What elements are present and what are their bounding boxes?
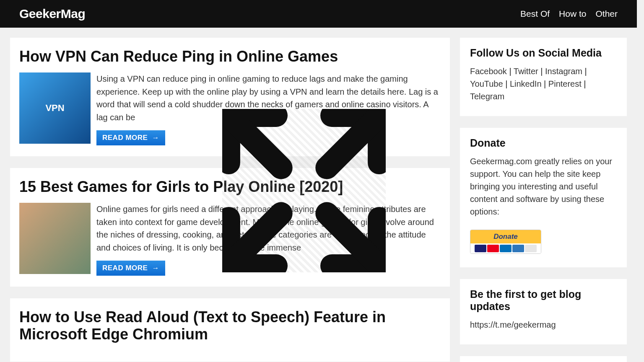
updates-title: Be the first to get blog updates [470, 288, 617, 313]
social-youtube[interactable]: YouTube [470, 79, 503, 88]
nav-best-of[interactable]: Best Of [520, 9, 550, 19]
nav-other[interactable]: Other [595, 9, 618, 19]
thumbnail-label: VPN [45, 103, 64, 114]
social-telegram[interactable]: Telegram [470, 92, 504, 101]
article-card: How VPN Can Reduce Ping in Online Games … [10, 38, 450, 156]
read-more-button[interactable]: READ MORE → [96, 261, 165, 276]
site-logo[interactable]: GeekerMag [19, 7, 85, 21]
social-links: Facebook | Twitter | Instagram | YouTube… [470, 65, 617, 103]
updates-link[interactable]: https://t.me/geekermag [470, 318, 617, 331]
article-title[interactable]: 15 Best Games for Girls to Play Online [… [19, 178, 441, 195]
article-card: 15 Best Games for Girls to Play Online [… [10, 168, 450, 287]
article-title[interactable]: How VPN Can Reduce Ping in Online Games [19, 48, 441, 65]
paypal-donate-button[interactable]: Donate [470, 230, 541, 254]
social-twitter[interactable]: Twitter [514, 67, 538, 76]
donate-title: Donate [470, 137, 617, 149]
follow-widget: Follow Us on Social Media Facebook | Twi… [460, 38, 627, 116]
social-facebook[interactable]: Facebook [470, 67, 507, 76]
follow-title: Follow Us on Social Media [470, 47, 617, 59]
read-more-label: READ MORE [102, 264, 148, 272]
donate-text: Geekermag.com greatly relies on your sup… [470, 155, 617, 218]
trending-widget: #Trending Post# [460, 356, 627, 362]
social-instagram[interactable]: Instagram [545, 67, 582, 76]
sidebar: Follow Us on Social Media Facebook | Twi… [460, 38, 627, 362]
article-thumbnail[interactable] [19, 203, 91, 274]
arrow-right-icon: → [152, 264, 159, 272]
primary-nav: Best Of How to Other [520, 9, 618, 19]
read-more-button[interactable]: READ MORE → [96, 130, 165, 145]
payment-cards-icon [470, 243, 541, 253]
article-card: How to Use Read Aloud (Text to Speech) F… [10, 298, 450, 362]
article-list: How VPN Can Reduce Ping in Online Games … [10, 38, 450, 362]
read-more-label: READ MORE [102, 134, 148, 142]
article-thumbnail[interactable]: VPN [19, 72, 91, 144]
article-excerpt: Using a VPN can reduce ping in online ga… [96, 72, 441, 124]
social-pinterest[interactable]: Pinterest [548, 79, 582, 88]
arrow-right-icon: → [152, 134, 159, 142]
article-title[interactable]: How to Use Read Aloud (Text to Speech) F… [19, 308, 441, 343]
site-header: GeekerMag Best Of How to Other [0, 0, 637, 28]
nav-how-to[interactable]: How to [559, 9, 586, 19]
updates-widget: Be the first to get blog updates https:/… [460, 279, 627, 344]
article-excerpt: Online games for girls need a different … [96, 203, 441, 254]
donate-widget: Donate Geekermag.com greatly relies on y… [460, 128, 627, 267]
donate-button-label: Donate [470, 230, 541, 243]
social-linkedin[interactable]: LinkedIn [510, 79, 542, 88]
